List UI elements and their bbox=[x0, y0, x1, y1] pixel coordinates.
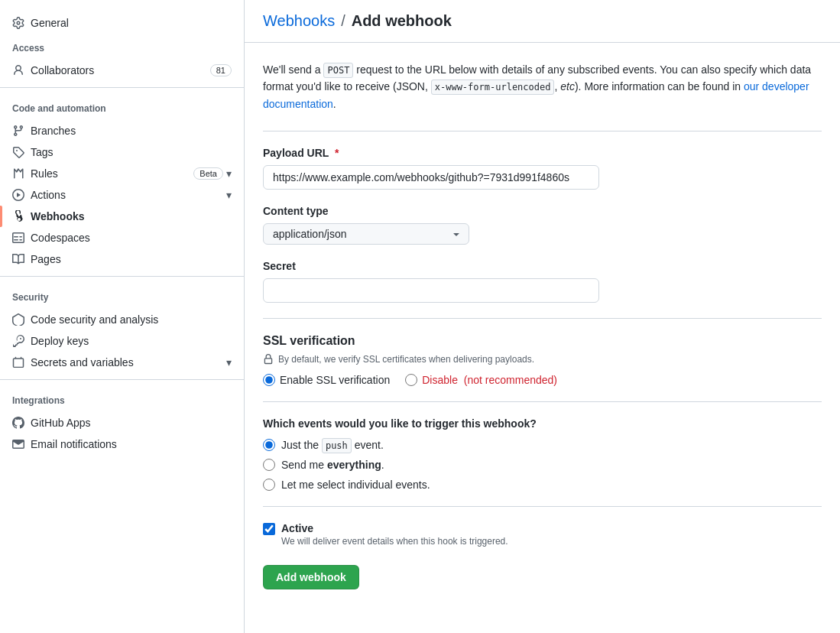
branch-icon bbox=[12, 125, 24, 137]
add-webhook-button[interactable]: Add webhook bbox=[263, 565, 359, 589]
person-icon bbox=[12, 64, 24, 76]
payload-url-group: Payload URL * bbox=[263, 147, 822, 190]
sidebar-collaborators-label: Collaborators bbox=[31, 64, 204, 76]
sidebar-item-github-apps[interactable]: GitHub Apps bbox=[0, 412, 244, 433]
codespaces-icon bbox=[12, 232, 24, 244]
ssl-disable-option[interactable]: Disable (not recommended) bbox=[405, 374, 557, 386]
breadcrumb-separator: / bbox=[341, 12, 345, 30]
rules-beta-badge: Beta bbox=[193, 167, 223, 180]
sidebar-item-deploy-keys[interactable]: Deploy keys bbox=[0, 330, 244, 352]
sidebar-code-security-label: Code security and analysis bbox=[31, 313, 232, 326]
tag-icon bbox=[12, 146, 24, 158]
ssl-disable-label: Disable (not recommended) bbox=[422, 374, 557, 386]
content-type-group: Content type application/json applicatio… bbox=[263, 205, 822, 245]
page-header: Webhooks / Add webhook bbox=[245, 0, 840, 43]
secrets-chevron-icon: ▾ bbox=[226, 356, 232, 368]
event-individual-option[interactable]: Let me select individual events. bbox=[263, 479, 822, 491]
secrets-icon bbox=[12, 356, 24, 368]
sidebar: General Access Collaborators 81 Code and… bbox=[0, 0, 245, 633]
ssl-enable-option[interactable]: Enable SSL verification bbox=[263, 374, 390, 386]
gear-icon bbox=[12, 17, 24, 29]
sidebar-section-code: Code and automation Branches Tags bbox=[0, 94, 244, 277]
event-everything-label: Send me everything. bbox=[281, 459, 384, 471]
ssl-section: SSL verification By default, we verify S… bbox=[263, 334, 822, 386]
key-icon bbox=[12, 335, 24, 347]
payload-url-input[interactable] bbox=[263, 165, 599, 190]
sidebar-section-security: Security Code security and analysis Depl… bbox=[0, 283, 244, 380]
breadcrumb: Webhooks / Add webhook bbox=[263, 12, 822, 30]
sidebar-item-email-notifications[interactable]: Email notifications bbox=[0, 433, 244, 455]
sidebar-deploy-keys-label: Deploy keys bbox=[31, 335, 232, 347]
event-push-radio[interactable] bbox=[263, 439, 275, 451]
sidebar-item-code-security[interactable]: Code security and analysis bbox=[0, 309, 244, 330]
sidebar-pages-label: Pages bbox=[31, 253, 232, 265]
sidebar-item-pages[interactable]: Pages bbox=[0, 248, 244, 270]
secret-label: Secret bbox=[263, 260, 822, 272]
ssl-disable-suffix: (not recommended) bbox=[464, 374, 557, 386]
divider-4 bbox=[263, 506, 822, 507]
sidebar-item-branches[interactable]: Branches bbox=[0, 120, 244, 141]
section-title-code: Code and automation bbox=[0, 100, 244, 120]
sidebar-item-tags[interactable]: Tags bbox=[0, 141, 244, 163]
divider-3 bbox=[263, 401, 822, 402]
sidebar-item-rules[interactable]: Rules Beta ▾ bbox=[0, 163, 244, 184]
sidebar-item-codespaces[interactable]: Codespaces bbox=[0, 227, 244, 248]
sidebar-codespaces-label: Codespaces bbox=[31, 232, 232, 244]
rules-chevron-icon: ▾ bbox=[226, 167, 232, 180]
actions-chevron-icon: ▾ bbox=[226, 189, 232, 201]
sidebar-tags-label: Tags bbox=[31, 146, 232, 158]
active-section: Active We will deliver event details whe… bbox=[263, 522, 822, 547]
events-title: Which events would you like to trigger t… bbox=[263, 417, 822, 430]
sidebar-item-secrets[interactable]: Secrets and variables ▾ bbox=[0, 352, 244, 373]
section-title-security: Security bbox=[0, 289, 244, 309]
email-icon bbox=[12, 438, 24, 450]
sidebar-section-integrations: Integrations GitHub Apps Email notificat… bbox=[0, 386, 244, 461]
content-type-label: Content type bbox=[263, 205, 822, 217]
sidebar-github-apps-label: GitHub Apps bbox=[31, 417, 232, 429]
event-push-option[interactable]: Just the push event. bbox=[263, 439, 822, 451]
sidebar-item-actions[interactable]: Actions ▾ bbox=[0, 184, 244, 206]
sidebar-item-collaborators[interactable]: Collaborators 81 bbox=[0, 60, 244, 81]
sidebar-secrets-label: Secrets and variables bbox=[31, 356, 223, 368]
breadcrumb-current: Add webhook bbox=[352, 12, 452, 30]
required-star: * bbox=[335, 147, 339, 159]
ssl-description-text: By default, we verify SSL certificates w… bbox=[278, 354, 534, 365]
apps-icon bbox=[12, 417, 24, 429]
sidebar-email-notifications-label: Email notifications bbox=[31, 438, 232, 450]
description-text: We'll send a POST request to the URL bel… bbox=[263, 61, 822, 112]
webhook-icon bbox=[12, 210, 24, 222]
event-individual-label: Let me select individual events. bbox=[281, 479, 430, 491]
ssl-enable-radio[interactable] bbox=[263, 374, 275, 386]
content-type-select[interactable]: application/json application/x-www-form-… bbox=[263, 223, 469, 245]
event-push-label: Just the push event. bbox=[281, 439, 384, 451]
active-label: Active bbox=[281, 522, 508, 534]
event-everything-radio[interactable] bbox=[263, 459, 275, 471]
sidebar-item-general[interactable]: General bbox=[0, 12, 244, 34]
sidebar-webhooks-label: Webhooks bbox=[31, 210, 232, 222]
security-icon bbox=[12, 313, 24, 326]
secret-group: Secret bbox=[263, 260, 822, 303]
ssl-radio-group: Enable SSL verification Disable (not rec… bbox=[263, 374, 822, 386]
active-text: Active We will deliver event details whe… bbox=[281, 522, 508, 547]
sidebar-actions-label: Actions bbox=[31, 189, 223, 201]
active-checkbox[interactable] bbox=[263, 523, 275, 535]
ssl-enable-label: Enable SSL verification bbox=[280, 374, 390, 386]
divider-1 bbox=[263, 131, 822, 131]
payload-url-label: Payload URL * bbox=[263, 147, 822, 159]
rules-icon bbox=[12, 167, 24, 180]
event-individual-radio[interactable] bbox=[263, 479, 275, 491]
sidebar-general-label: General bbox=[31, 17, 232, 29]
breadcrumb-parent-link[interactable]: Webhooks bbox=[263, 12, 335, 30]
event-everything-option[interactable]: Send me everything. bbox=[263, 459, 822, 471]
secret-input[interactable] bbox=[263, 278, 599, 303]
sidebar-section-access: Access Collaborators 81 bbox=[0, 34, 244, 88]
ssl-disable-radio[interactable] bbox=[405, 374, 417, 386]
sidebar-item-webhooks[interactable]: Webhooks bbox=[0, 206, 244, 227]
collaborators-badge: 81 bbox=[210, 64, 232, 76]
main-body: We'll send a POST request to the URL bel… bbox=[245, 43, 840, 608]
active-description: We will deliver event details when this … bbox=[281, 536, 508, 547]
section-title-access: Access bbox=[0, 40, 244, 60]
ssl-title: SSL verification bbox=[263, 334, 822, 348]
actions-icon bbox=[12, 189, 24, 201]
pages-icon bbox=[12, 253, 24, 265]
